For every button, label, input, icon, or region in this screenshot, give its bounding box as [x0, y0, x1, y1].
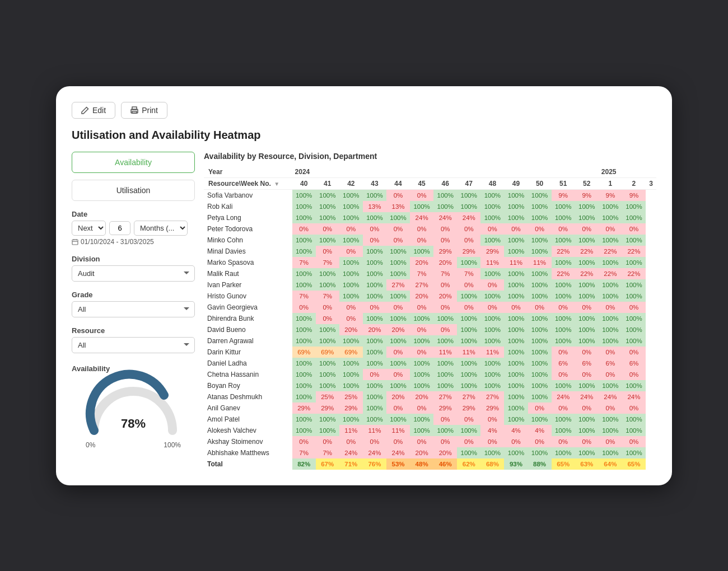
page-title: Utilisation and Availability Heatmap — [72, 129, 656, 142]
heatmap-cell: 100% — [410, 313, 433, 324]
heatmap-cell: 100% — [433, 201, 457, 212]
heatmap-cell: 100% — [599, 291, 622, 302]
heatmap-cell: 100% — [622, 335, 646, 347]
print-button[interactable]: Print — [121, 102, 167, 119]
table-row: Peter Todorova0%0%0%0%0%0%0%0%0%0%0%0%0%… — [204, 223, 656, 235]
tab-availability[interactable]: Availability — [72, 152, 195, 173]
heatmap-cell: 0% — [575, 302, 599, 313]
heatmap-cell: 100% — [599, 414, 622, 425]
total-cell: 65% — [622, 458, 646, 470]
heatmap-cell: 100% — [457, 358, 480, 369]
heatmap-cell: 100% — [457, 324, 480, 335]
heatmap-cell: 0% — [363, 235, 386, 246]
heatmap-cell: 20% — [433, 291, 457, 302]
heatmap-cell: 7% — [316, 447, 339, 458]
total-row: Total82%67%71%76%53%48%46%62%68%93%88%65… — [204, 458, 656, 470]
heatmap-cell: 0% — [622, 347, 646, 358]
heatmap-cell: 0% — [504, 302, 528, 313]
heatmap-cell: 100% — [410, 425, 433, 436]
heatmap-cell: 100% — [292, 212, 316, 223]
heatmap-cell: 100% — [622, 201, 646, 212]
resource-name: Minko Cohn — [204, 235, 292, 246]
heatmap-cell: 27% — [457, 391, 480, 402]
heatmap-cell: 0% — [410, 235, 433, 246]
heatmap-cell: 4% — [480, 425, 504, 436]
availability-section: Availability 78% 0% 100% — [72, 364, 195, 449]
heatmap-cell: 100% — [292, 369, 316, 380]
heatmap-cell: 100% — [552, 324, 575, 335]
heatmap-cell: 100% — [528, 268, 552, 279]
resource-name: Alokesh Valchev — [204, 425, 292, 436]
table-scroll-wrapper[interactable]: Year 2024 2025 Resource\Week No. ▼ 40 41… — [204, 166, 656, 470]
svg-text:78%: 78% — [121, 416, 146, 430]
heatmap-cell: 0% — [339, 302, 363, 313]
heatmap-cell: 0% — [292, 436, 316, 447]
heatmap-cell: 100% — [504, 414, 528, 425]
week-51: 51 — [552, 177, 575, 189]
table-row: Ivan Parker100%100%100%100%27%27%0%0%0%1… — [204, 279, 656, 291]
heatmap-cell: 7% — [292, 447, 316, 458]
heatmap-cell: 100% — [528, 212, 552, 223]
heatmap-cell: 100% — [363, 391, 386, 402]
date-value-input[interactable] — [109, 221, 130, 235]
heatmap-cell: 7% — [316, 291, 339, 302]
heatmap-cell: 100% — [363, 313, 386, 324]
week-1: 1 — [599, 177, 622, 189]
heatmap-cell: 100% — [339, 291, 363, 302]
total-cell: 76% — [363, 458, 386, 470]
heatmap-cell: 20% — [339, 324, 363, 335]
division-select[interactable]: Audit Tax Advisory — [72, 265, 195, 282]
heatmap-cell: 100% — [339, 201, 363, 212]
heatmap-cell: 100% — [339, 369, 363, 380]
heatmap-cell: 100% — [504, 391, 528, 402]
heatmap-cell: 100% — [292, 235, 316, 246]
heatmap-cell: 0% — [528, 302, 552, 313]
heatmap-cell: 0% — [480, 414, 504, 425]
heatmap-cell: 100% — [622, 324, 646, 335]
print-label: Print — [142, 106, 158, 115]
heatmap-cell: 100% — [410, 201, 433, 212]
table-area: Availability by Resource, Division, Depa… — [204, 152, 656, 470]
date-months-select[interactable]: Months (... Weeks Days — [134, 221, 188, 236]
edit-button[interactable]: Edit — [72, 102, 115, 119]
heatmap-cell: 0% — [410, 436, 433, 447]
heatmap-cell: 100% — [528, 358, 552, 369]
date-row: Next Last Months (... Weeks Days — [72, 221, 195, 236]
tab-utilisation[interactable]: Utilisation — [72, 180, 195, 201]
heatmap-cell: 100% — [363, 257, 386, 268]
heatmap-cell: 100% — [363, 380, 386, 391]
grade-select[interactable]: All Senior Junior — [72, 301, 195, 317]
heatmap-cell: 100% — [552, 235, 575, 246]
date-next-select[interactable]: Next Last — [72, 221, 106, 236]
heatmap-cell: 100% — [552, 257, 575, 268]
svg-rect-3 — [72, 240, 78, 245]
heatmap-cell: 100% — [528, 447, 552, 458]
heatmap-cell: 20% — [410, 257, 433, 268]
heatmap-cell: 100% — [410, 369, 433, 380]
heatmap-cell: 20% — [386, 391, 410, 402]
heatmap-cell: 100% — [386, 313, 410, 324]
heatmap-cell: 100% — [363, 335, 386, 347]
heatmap-cell: 100% — [363, 268, 386, 279]
heatmap-cell: 100% — [528, 246, 552, 257]
week-41: 41 — [316, 177, 339, 189]
print-icon — [130, 106, 138, 114]
resource-name: David Bueno — [204, 324, 292, 335]
resource-select[interactable]: All — [72, 337, 195, 353]
heatmap-cell: 100% — [339, 189, 363, 201]
heatmap-cell: 100% — [363, 414, 386, 425]
division-filter: Division Audit Tax Advisory — [72, 252, 195, 282]
resource-name: Rob Kali — [204, 201, 292, 212]
heatmap-cell: 27% — [386, 279, 410, 291]
heatmap-cell: 29% — [480, 246, 504, 257]
heatmap-cell: 100% — [575, 425, 599, 436]
heatmap-cell: 100% — [292, 380, 316, 391]
heatmap-cell: 100% — [528, 391, 552, 402]
heatmap-cell: 100% — [575, 212, 599, 223]
heatmap-cell: 100% — [480, 369, 504, 380]
heatmap-cell: 100% — [622, 414, 646, 425]
table-row: Boyan Roy100%100%100%100%100%100%100%100… — [204, 380, 656, 391]
heatmap-cell: 0% — [339, 313, 363, 324]
heatmap-cell: 0% — [552, 402, 575, 414]
total-cell: 48% — [410, 458, 433, 470]
